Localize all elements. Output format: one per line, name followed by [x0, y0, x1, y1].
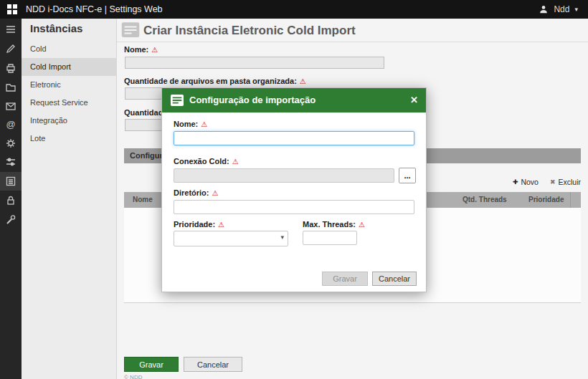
svg-text:@: @ [6, 119, 15, 130]
sidebar-item-request-service[interactable]: Request Service [22, 94, 117, 112]
modal-max-threads-label: Max. Threads:⚠ [303, 220, 365, 229]
page-header: Criar Instância Eletronic Cold Import [117, 19, 588, 42]
col-nome: Nome [133, 192, 153, 208]
modal-prioridade-select[interactable] [174, 231, 288, 246]
modal-conexao-label: Conexão Cold:⚠ [174, 157, 239, 165]
sidebar-item-cold-import[interactable]: Cold Import [22, 58, 117, 76]
app-title: NDD i-Docs NFC-e | Settings Web [26, 0, 163, 19]
app-root: NDD i-Docs NFC-e | Settings Web Ndd ▾ @ … [0, 0, 588, 379]
icon-rail: @ [0, 19, 22, 379]
form-icon [170, 94, 184, 107]
warning-icon: ⚠ [232, 158, 239, 165]
cancelar-button[interactable]: Cancelar [184, 357, 242, 372]
printer-icon[interactable] [5, 62, 16, 74]
sidebar-item-lote[interactable]: Lote [22, 130, 117, 148]
page-title: Criar Instância Eletronic Cold Import [143, 24, 356, 38]
form-icon [121, 21, 140, 39]
sidebar: Instâncias Cold Cold Import Eletronic Re… [22, 19, 117, 379]
modal-header: Configuração de importação ✕ [162, 88, 426, 112]
sidebar-item-eletronic[interactable]: Eletronic [22, 76, 117, 94]
modal-gravar-button[interactable]: Gravar [322, 272, 368, 286]
folder-icon[interactable] [5, 82, 16, 93]
modal-conexao-input [174, 168, 394, 183]
browse-ellipsis-button[interactable]: ... [399, 168, 416, 183]
qtd-pasta-label: Quantidade de arquivos em pasta organiza… [124, 77, 306, 85]
user-name: Ndd [554, 4, 569, 14]
warning-icon: ⚠ [201, 120, 207, 128]
col-empty [570, 192, 581, 208]
warning-icon: ⚠ [359, 221, 365, 229]
col-prioridade: Prioridade [528, 192, 564, 208]
x-icon: ✖ [550, 178, 556, 186]
sidebar-title: Instâncias [30, 22, 82, 34]
gear-icon[interactable] [5, 138, 16, 149]
warning-icon: ⚠ [212, 189, 219, 197]
lock-icon[interactable] [5, 195, 16, 206]
excluir-button[interactable]: ✖ Excluir [550, 176, 581, 188]
prioridade-select-wrap: ▾ [174, 231, 288, 246]
list-icon[interactable] [5, 176, 16, 187]
user-menu[interactable]: Ndd ▾ [539, 0, 578, 19]
modal-diretorio-input[interactable] [174, 200, 414, 214]
sidebar-item-integracao[interactable]: Integração [22, 112, 117, 130]
plus-icon: ✚ [513, 178, 518, 186]
modal-max-threads-input[interactable] [303, 231, 357, 245]
copyright: © NDD [124, 374, 142, 379]
col-qtd-threads: Qtd. Threads [463, 192, 507, 208]
nome-input[interactable] [125, 57, 384, 69]
warning-icon: ⚠ [151, 46, 158, 54]
nome-label: Nome:⚠ [124, 45, 158, 54]
ndd-logo-icon [7, 4, 17, 14]
wrench-icon[interactable] [5, 214, 16, 226]
sliders-icon[interactable] [5, 156, 16, 168]
warning-icon: ⚠ [218, 221, 224, 229]
warning-icon: ⚠ [300, 77, 306, 85]
chevron-down-icon: ▾ [574, 6, 578, 13]
sidebar-item-cold[interactable]: Cold [22, 40, 117, 58]
mail-icon[interactable] [5, 100, 16, 112]
novo-button[interactable]: ✚ Novo [513, 176, 539, 188]
menu-icon[interactable] [5, 24, 16, 35]
gravar-button[interactable]: Gravar [124, 357, 179, 372]
import-config-modal: Configuração de importação ✕ Nome:⚠ Cone… [161, 87, 427, 292]
topbar: NDD i-Docs NFC-e | Settings Web Ndd ▾ [0, 0, 588, 19]
modal-prioridade-label: Prioridade:⚠ [174, 220, 224, 229]
modal-diretorio-label: Diretório:⚠ [174, 188, 218, 197]
modal-title: Configuração de importação [189, 88, 316, 112]
modal-nome-label: Nome:⚠ [174, 120, 207, 128]
modal-nome-input[interactable] [174, 131, 414, 145]
modal-cancelar-button[interactable]: Cancelar [372, 272, 417, 286]
user-icon [539, 4, 549, 14]
close-icon[interactable]: ✕ [410, 88, 418, 112]
at-icon[interactable]: @ [5, 119, 16, 130]
pen-icon[interactable] [5, 43, 16, 54]
